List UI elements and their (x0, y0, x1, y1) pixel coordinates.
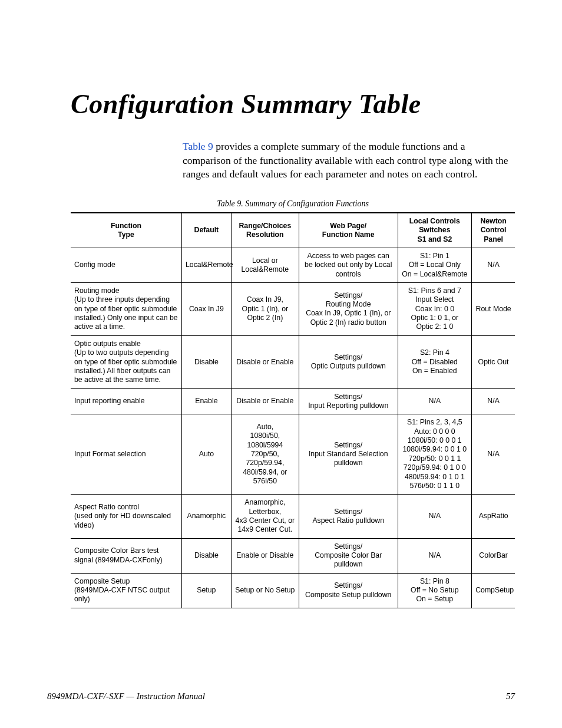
header-range: Range/Choices Resolution (231, 213, 299, 248)
header-function-type: Function Type (71, 213, 182, 248)
cell-rng: Local or Local&Remote (231, 248, 299, 282)
cell-new: N/A (472, 414, 515, 495)
cell-web: Access to web pages can be locked out on… (299, 248, 398, 282)
cell-rng: Enable or Disable (231, 538, 299, 573)
cell-web: Settings/ Input Reporting pulldown (299, 388, 398, 414)
header-newton: Newton Control Panel (472, 213, 515, 248)
table-caption: Table 9. Summary of Configuration Functi… (71, 199, 515, 209)
cell-new: CompSetup (472, 573, 515, 608)
cell-ft: Config mode (71, 248, 182, 282)
cell-ft: Optic outputs enable (Up to two outputs … (71, 335, 182, 388)
cell-loc: S1: Pins 2, 3, 4,5 Auto: 0 0 0 0 1080i/5… (398, 414, 472, 495)
cell-def: Local&Remote (182, 248, 232, 282)
cell-def: Disable (182, 335, 232, 388)
table-row: Input Format selectionAutoAuto, 1080i/50… (71, 414, 515, 495)
cell-rng: Auto, 1080i/50, 1080i/5994 720p/50, 720p… (231, 414, 299, 495)
cell-loc: N/A (398, 388, 472, 414)
cell-loc: S1: Pins 6 and 7 Input Select Coax In: 0… (398, 283, 472, 336)
table-9-link[interactable]: Table 9 (183, 140, 213, 152)
cell-new: Rout Mode (472, 283, 515, 336)
cell-loc: N/A (398, 495, 472, 538)
table-row: Composite Color Bars test signal (8949MD… (71, 538, 515, 573)
cell-web: Settings/ Routing Mode Coax In J9, Optic… (299, 283, 398, 336)
cell-web: Settings/ Composite Color Bar pulldown (299, 538, 398, 573)
cell-def: Enable (182, 388, 232, 414)
cell-web: Settings/ Optic Outputs pulldown (299, 335, 398, 388)
cell-rng: Disable or Enable (231, 388, 299, 414)
cell-new: Optic Out (472, 335, 515, 388)
cell-loc: S1: Pin 1 Off = Local Only On = Local&Re… (398, 248, 472, 282)
page-number: 57 (506, 691, 515, 701)
page-title: Configuration Summary Table (71, 88, 515, 120)
intro-text: provides a complete summary of the modul… (183, 140, 508, 180)
cell-new: ColorBar (472, 538, 515, 573)
cell-web: Settings/ Aspect Ratio pulldown (299, 495, 398, 538)
page: Configuration Summary Table Table 9 prov… (0, 0, 562, 728)
header-local-controls: Local Controls Switches S1 and S2 (398, 213, 472, 248)
header-default: Default (182, 213, 232, 248)
cell-def: Auto (182, 414, 232, 495)
cell-web: Settings/ Input Standard Selection pulld… (299, 414, 398, 495)
cell-new: AspRatio (472, 495, 515, 538)
cell-rng: Setup or No Setup (231, 573, 299, 608)
cell-def: Setup (182, 573, 232, 608)
cell-new: N/A (472, 248, 515, 282)
cell-loc: S2: Pin 4 Off = Disabled On = Enabled (398, 335, 472, 388)
cell-ft: Input reporting enable (71, 388, 182, 414)
table-row: Composite Setup (8949MDA-CXF NTSC output… (71, 573, 515, 608)
table-row: Optic outputs enable (Up to two outputs … (71, 335, 515, 388)
cell-ft: Composite Color Bars test signal (8949MD… (71, 538, 182, 573)
cell-def: Coax In J9 (182, 283, 232, 336)
page-footer: 8949MDA-CXF/-SXF — Instruction Manual 57 (47, 691, 515, 701)
cell-new: N/A (472, 388, 515, 414)
cell-web: Settings/ Composite Setup pulldown (299, 573, 398, 608)
cell-loc: S1: Pin 8 Off = No Setup On = Setup (398, 573, 472, 608)
table-body: Config modeLocal&RemoteLocal or Local&Re… (71, 248, 515, 608)
cell-rng: Disable or Enable (231, 335, 299, 388)
cell-ft: Routing mode (Up to three inputs dependi… (71, 283, 182, 336)
cell-rng: Coax In J9, Optic 1 (In), or Optic 2 (In… (231, 283, 299, 336)
intro-paragraph: Table 9 provides a complete summary of t… (183, 140, 515, 182)
header-web-page: Web Page/ Function Name (299, 213, 398, 248)
table-row: Aspect Ratio control (used only for HD d… (71, 495, 515, 538)
table-header-row: Function Type Default Range/Choices Reso… (71, 213, 515, 248)
config-summary-table: Function Type Default Range/Choices Reso… (71, 212, 515, 608)
cell-def: Anamorphic (182, 495, 232, 538)
table-row: Config modeLocal&RemoteLocal or Local&Re… (71, 248, 515, 282)
cell-loc: N/A (398, 538, 472, 573)
table-row: Input reporting enableEnableDisable or E… (71, 388, 515, 414)
cell-rng: Anamorphic, Letterbox, 4x3 Center Cut, o… (231, 495, 299, 538)
cell-ft: Input Format selection (71, 414, 182, 495)
table-row: Routing mode (Up to three inputs dependi… (71, 283, 515, 336)
footer-doc-title: 8949MDA-CXF/-SXF — Instruction Manual (47, 691, 205, 701)
cell-def: Disable (182, 538, 232, 573)
cell-ft: Aspect Ratio control (used only for HD d… (71, 495, 182, 538)
cell-ft: Composite Setup (8949MDA-CXF NTSC output… (71, 573, 182, 608)
